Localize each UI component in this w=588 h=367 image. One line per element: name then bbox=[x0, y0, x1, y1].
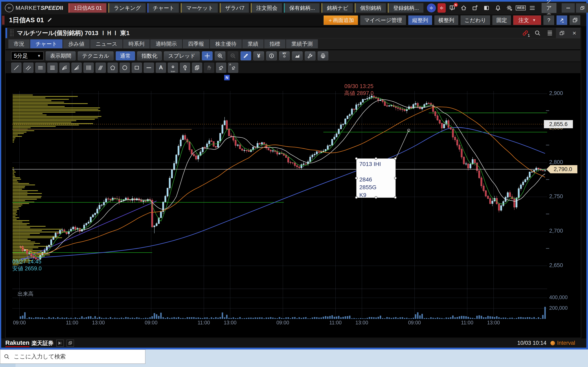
indexed-button[interactable]: 指数化 bbox=[137, 51, 162, 60]
window-tab-株主優待[interactable]: 株主優待 bbox=[210, 39, 242, 48]
window-tab-業績[interactable]: 業績 bbox=[242, 39, 264, 48]
normal-button[interactable]: 通常 bbox=[116, 51, 135, 60]
spread-button[interactable]: スプレッド bbox=[164, 51, 200, 60]
tab-stock-navi[interactable]: 銘柄ナビ bbox=[321, 3, 353, 13]
panel-play-icon[interactable] bbox=[56, 340, 64, 347]
window-tab-適時開示[interactable]: 適時開示 bbox=[150, 39, 182, 48]
order-button[interactable]: 注文▼ bbox=[513, 16, 541, 25]
menu-icon[interactable] bbox=[527, 3, 537, 13]
window-restore-icon[interactable] bbox=[556, 28, 568, 38]
horizontal-align-button[interactable]: 横整列 bbox=[434, 16, 458, 25]
fan-lines-tool-button[interactable] bbox=[71, 63, 82, 73]
kodawari-button[interactable]: こだわり bbox=[461, 16, 490, 25]
rectangle-tool-button[interactable] bbox=[132, 63, 142, 73]
hand-tool-button[interactable] bbox=[204, 63, 214, 73]
tab-ranking[interactable]: ランキング bbox=[108, 3, 145, 13]
callout-handle[interactable] bbox=[375, 196, 377, 199]
window-tab-四季報[interactable]: 四季報 bbox=[183, 39, 209, 48]
hlines-3-tool-button[interactable] bbox=[35, 63, 45, 73]
callout-handle[interactable] bbox=[355, 157, 358, 160]
tab-chart[interactable]: チャート bbox=[147, 3, 179, 13]
zoom-out-button[interactable] bbox=[228, 51, 238, 60]
window-tab-市況[interactable]: 市況 bbox=[8, 39, 30, 48]
bell-icon[interactable] bbox=[493, 3, 503, 13]
window-tab-指標[interactable]: 指標 bbox=[264, 39, 285, 48]
horizontal-segment-tool-button[interactable] bbox=[144, 63, 154, 73]
tab-market[interactable]: マーケット bbox=[181, 3, 218, 13]
drag-grip-icon[interactable] bbox=[9, 29, 14, 37]
area-button[interactable] bbox=[292, 51, 303, 60]
chart-blue-icon[interactable] bbox=[427, 3, 436, 12]
copy-object-tool-button[interactable] bbox=[192, 63, 202, 73]
eraser-all-tool-button[interactable]: A bbox=[228, 63, 238, 73]
parallel-line-tool-button[interactable] bbox=[23, 63, 34, 73]
callout-handle[interactable] bbox=[394, 157, 397, 160]
eraser-tool-button[interactable] bbox=[216, 63, 226, 73]
draw-pencil-button[interactable] bbox=[241, 51, 251, 60]
zoom-in-button[interactable] bbox=[215, 51, 225, 60]
home-icon[interactable] bbox=[459, 3, 468, 13]
restore-button[interactable] bbox=[576, 3, 588, 13]
panel-window-icon[interactable] bbox=[67, 340, 74, 347]
marketspeed-taskbar-button[interactable] bbox=[0, 364, 16, 367]
crosshair-button[interactable] bbox=[202, 51, 213, 60]
icon-stamp-tool-button[interactable]: icon bbox=[168, 63, 178, 73]
logout-button[interactable]: ログアウト bbox=[542, 3, 557, 13]
search-symbol-icon[interactable] bbox=[531, 28, 544, 38]
callout-handle[interactable] bbox=[394, 177, 397, 179]
window-tab-ニュース[interactable]: ニュース bbox=[90, 39, 122, 48]
printer-button[interactable] bbox=[318, 51, 328, 60]
help-button[interactable]: ? bbox=[544, 16, 554, 25]
alert-icon[interactable]: N bbox=[447, 3, 457, 13]
link-group-icon[interactable]: 1 bbox=[519, 28, 531, 38]
yen-button[interactable]: ¥ bbox=[253, 51, 264, 60]
tab-holdings[interactable]: 保有銘柄... bbox=[284, 3, 320, 13]
my-chart-button[interactable]: MY bbox=[279, 51, 290, 60]
web-icon[interactable]: WEB bbox=[516, 3, 526, 13]
trend-line-tool-button[interactable] bbox=[11, 63, 21, 73]
multitool-titlebar[interactable]: マルチツール(個別銘柄) 7013 ＩＨＩ 東1 1 × bbox=[6, 28, 580, 38]
pentagon-tool-button[interactable] bbox=[108, 63, 118, 73]
callout-handle[interactable] bbox=[375, 157, 377, 160]
chart-red-icon[interactable] bbox=[438, 3, 446, 13]
callout-handle[interactable] bbox=[355, 196, 358, 199]
vert-lines-tool-button[interactable] bbox=[84, 63, 94, 73]
time-cycle-tool-button[interactable] bbox=[180, 63, 190, 73]
window-add-icon[interactable] bbox=[470, 3, 480, 13]
window-tab-時系列[interactable]: 時系列 bbox=[123, 39, 150, 48]
pin-button[interactable]: 固定 bbox=[493, 16, 511, 25]
search-input[interactable]: ここに入力して検索 bbox=[0, 350, 145, 364]
tab-zaraba7[interactable]: ザラバ7 bbox=[220, 3, 249, 13]
settings-icon[interactable] bbox=[504, 3, 514, 13]
info-button[interactable] bbox=[266, 51, 277, 60]
hlines-4-tool-button[interactable] bbox=[47, 63, 58, 73]
ellipse-tool-button[interactable] bbox=[120, 63, 130, 73]
news-marker-badge[interactable]: N bbox=[224, 75, 230, 80]
callout-handle[interactable] bbox=[355, 177, 358, 179]
text-tool-button[interactable]: A bbox=[156, 63, 166, 73]
window-menu-icon[interactable] bbox=[544, 28, 556, 38]
mypage-manage-button[interactable]: マイページ管理 bbox=[360, 16, 406, 25]
window-close-icon[interactable]: × bbox=[568, 28, 580, 38]
pitchfork-tool-button[interactable] bbox=[95, 63, 106, 73]
display-period-button[interactable]: 表示期間 bbox=[46, 51, 76, 60]
tab-registered-stocks[interactable]: 登録銘柄... bbox=[388, 3, 424, 13]
window-tab-チャート[interactable]: チャート bbox=[30, 39, 62, 48]
window-copy-button[interactable] bbox=[570, 16, 580, 25]
tab-order-inquiry[interactable]: 注文照会 bbox=[251, 3, 282, 13]
callout-note[interactable]: 7013 IHI28462855GK9 bbox=[356, 158, 396, 198]
edit-page-name-icon[interactable] bbox=[47, 17, 53, 24]
add-screen-button[interactable]: ＋画面追加 bbox=[324, 16, 358, 25]
tab-individual-stock[interactable]: 個別銘柄 bbox=[355, 3, 386, 13]
interval-select[interactable]: 5分足▼ bbox=[11, 52, 43, 60]
tab-1nichi-shin-as-01[interactable]: 1日信AS 01 bbox=[68, 3, 106, 13]
window-tab-歩み値[interactable]: 歩み値 bbox=[63, 39, 90, 48]
window-tab-業績予測[interactable]: 業績予測 bbox=[286, 39, 318, 48]
technical-button[interactable]: テクニカル bbox=[78, 51, 113, 60]
wrench-button[interactable] bbox=[305, 51, 315, 60]
minimize-button[interactable] bbox=[562, 3, 575, 13]
fan-arcs-tool-button[interactable] bbox=[60, 63, 70, 73]
callout-handle[interactable] bbox=[394, 196, 397, 199]
price-chart-canvas[interactable] bbox=[6, 73, 581, 329]
link-arrow-button[interactable] bbox=[557, 16, 567, 25]
